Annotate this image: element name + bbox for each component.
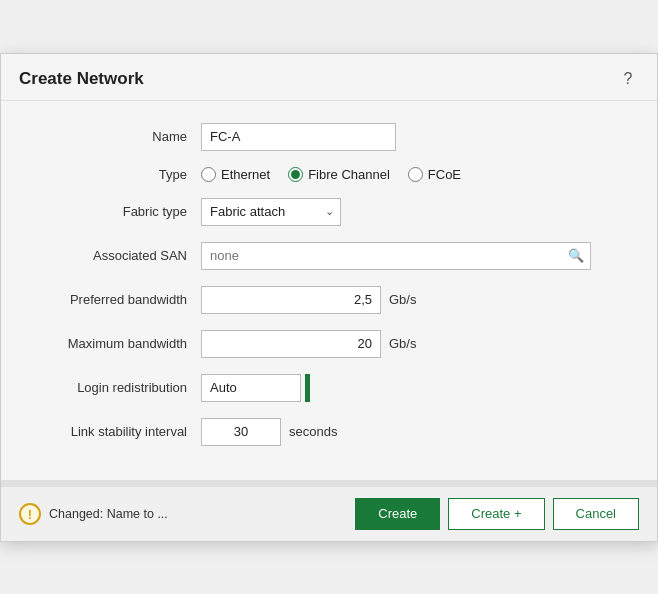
type-row: Type Ethernet Fibre Channel FCoE <box>41 167 617 182</box>
name-row: Name <box>41 123 617 151</box>
dialog-header: Create Network ? <box>1 54 657 101</box>
create-button[interactable]: Create <box>355 498 440 530</box>
type-fcoe-label: FCoE <box>428 167 461 182</box>
create-plus-button[interactable]: Create + <box>448 498 544 530</box>
help-button[interactable]: ? <box>617 68 639 90</box>
type-fcoe-option[interactable]: FCoE <box>408 167 461 182</box>
preferred-bandwidth-unit: Gb/s <box>389 292 416 307</box>
type-radio-group: Ethernet Fibre Channel FCoE <box>201 167 461 182</box>
login-redistribution-input[interactable] <box>201 374 301 402</box>
preferred-bandwidth-input[interactable] <box>201 286 381 314</box>
dialog-footer: ! Changed: Name to ... Create Create + C… <box>1 486 657 541</box>
dialog-title: Create Network <box>19 69 144 89</box>
preferred-bandwidth-control: Gb/s <box>201 286 617 314</box>
maximum-bandwidth-control: Gb/s <box>201 330 617 358</box>
preferred-bandwidth-label: Preferred bandwidth <box>41 292 201 307</box>
fabric-type-select-wrap: Fabric attach Direct attach ⌄ <box>201 198 341 226</box>
name-label: Name <box>41 129 201 144</box>
login-redistribution-wrap <box>201 374 310 402</box>
type-fibre-option[interactable]: Fibre Channel <box>288 167 390 182</box>
cancel-button[interactable]: Cancel <box>553 498 639 530</box>
associated-san-label: Associated SAN <box>41 248 201 263</box>
type-fcoe-radio[interactable] <box>408 167 423 182</box>
associated-san-input[interactable] <box>201 242 591 270</box>
link-stability-row: Link stability interval seconds <box>41 418 617 446</box>
maximum-bandwidth-row: Maximum bandwidth Gb/s <box>41 330 617 358</box>
associated-san-wrap: 🔍 <box>201 242 591 270</box>
type-fibre-radio[interactable] <box>288 167 303 182</box>
name-control <box>201 123 617 151</box>
link-stability-input[interactable] <box>201 418 281 446</box>
type-ethernet-option[interactable]: Ethernet <box>201 167 270 182</box>
type-label: Type <box>41 167 201 182</box>
type-control: Ethernet Fibre Channel FCoE <box>201 167 617 182</box>
name-input[interactable] <box>201 123 396 151</box>
link-stability-control: seconds <box>201 418 617 446</box>
type-ethernet-label: Ethernet <box>221 167 270 182</box>
footer-status: ! Changed: Name to ... <box>19 503 345 525</box>
associated-san-row: Associated SAN 🔍 <box>41 242 617 270</box>
fabric-type-row: Fabric type Fabric attach Direct attach … <box>41 198 617 226</box>
toggle-bar-indicator <box>305 374 310 402</box>
dialog-body: Name Type Ethernet Fibre Channel <box>1 101 657 480</box>
fabric-type-label: Fabric type <box>41 204 201 219</box>
footer-buttons: Create Create + Cancel <box>355 498 639 530</box>
fabric-type-control: Fabric attach Direct attach ⌄ <box>201 198 617 226</box>
login-redistribution-row: Login redistribution <box>41 374 617 402</box>
type-ethernet-radio[interactable] <box>201 167 216 182</box>
create-network-dialog: Create Network ? Name Type Ethernet <box>0 53 658 542</box>
fabric-type-select[interactable]: Fabric attach Direct attach <box>201 198 341 226</box>
link-stability-label: Link stability interval <box>41 424 201 439</box>
login-redistribution-control <box>201 374 617 402</box>
preferred-bandwidth-row: Preferred bandwidth Gb/s <box>41 286 617 314</box>
svg-text:!: ! <box>28 507 32 522</box>
associated-san-control: 🔍 <box>201 242 617 270</box>
alert-icon: ! <box>19 503 41 525</box>
maximum-bandwidth-label: Maximum bandwidth <box>41 336 201 351</box>
link-stability-unit: seconds <box>289 424 337 439</box>
maximum-bandwidth-unit: Gb/s <box>389 336 416 351</box>
toggle-bar[interactable] <box>305 374 310 402</box>
footer-status-text: Changed: Name to ... <box>49 507 168 521</box>
type-fibre-label: Fibre Channel <box>308 167 390 182</box>
maximum-bandwidth-input[interactable] <box>201 330 381 358</box>
login-redistribution-label: Login redistribution <box>41 380 201 395</box>
